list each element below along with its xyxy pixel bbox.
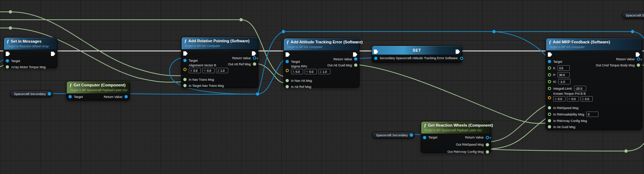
node-title: SET (413, 48, 421, 52)
vector-field-z[interactable]: Z1.0 (318, 69, 330, 74)
pill-output-pin[interactable] (410, 133, 413, 137)
wire-msg-rwarray-config[interactable] (488, 117, 548, 149)
pin-in-rwarray-config-msg[interactable] (548, 119, 551, 122)
pin-label: Known Torque Pnt B B (553, 92, 593, 96)
function-icon: ƒ (70, 83, 72, 88)
node-add-attitude-tracking-error[interactable]: ƒ Add Attitude Tracking Error (Software)… (283, 38, 359, 88)
vector-field-y[interactable]: Y0.0 (567, 96, 579, 102)
pin-out-rwarray-config-msg[interactable] (486, 150, 489, 154)
pin-return-value[interactable] (637, 57, 640, 61)
node-subtitle: Target is BP Spacecraft Payload Laser GU (424, 128, 488, 132)
vector-field-x[interactable]: X0.0 (189, 68, 201, 73)
wire-obj-to-mrp-target[interactable] (494, 32, 548, 58)
node-get-computer[interactable]: ƒ Get Computer (Component) Target is BP … (66, 81, 130, 100)
pin-sigma-rrc[interactable] (286, 69, 289, 72)
pin-ki[interactable] (548, 80, 551, 83)
pin-in-nav-att-msg[interactable] (286, 79, 289, 82)
pin-row-target: Target (421, 134, 439, 141)
pin-row-in-rwspeed-msg: In RWSpeed Msg (546, 105, 642, 111)
value-field-p[interactable]: 30.0 (558, 72, 570, 77)
vector-field-x[interactable]: X0.0 (553, 96, 565, 102)
wire-obj-top-offscreen[interactable] (633, 32, 644, 38)
pill-output-pin[interactable] (48, 92, 51, 95)
pin-in-nav-trans-msg[interactable] (183, 78, 187, 81)
node-add-mrp-feedback[interactable]: ƒ Add MRP Feedback (Software) Target is … (546, 38, 642, 130)
value-field-in-rwavailability-msg[interactable]: 0 (586, 112, 598, 117)
pin-in-att-guid-msg[interactable] (548, 125, 551, 128)
node-set-variable[interactable]: SET Secondary Spacecraft Attitude Tracki… (372, 46, 462, 63)
pin-in-att-ref-msg[interactable] (286, 85, 289, 88)
reroute-node-green-3[interactable] (240, 18, 243, 22)
pin-return-value[interactable] (253, 56, 256, 60)
value-field-ki[interactable]: -1.0 (558, 79, 570, 84)
pin-target[interactable] (423, 136, 426, 139)
vector-field-y[interactable]: Y0.0 (202, 68, 215, 73)
vector-field-z[interactable]: Z0.0 (580, 96, 593, 102)
reroute-node-blue-4[interactable] (631, 30, 634, 33)
pin-out-cmd-torque-body-msg[interactable] (637, 64, 640, 67)
reroute-node-green-2[interactable] (9, 27, 12, 30)
pin-target[interactable] (548, 60, 551, 63)
node-add-relative-pointing[interactable]: ƒ Add Relative Pointing (Software) Targe… (181, 37, 258, 88)
pin-target[interactable] (286, 60, 289, 63)
pin-out-att-guid-msg[interactable] (354, 64, 357, 67)
pin-row-in-att-ref-msg: In Att Ref Msg (284, 84, 359, 90)
pin-array-motor-torque-msg[interactable] (6, 65, 9, 69)
node-get-reaction-wheels[interactable]: ƒ Get Reaction Wheels (Component) Target… (421, 121, 491, 153)
pin-known-torque-pnt-b-b[interactable] (548, 96, 551, 99)
node-set-in-messages[interactable]: ƒ Set in Messages Target is Reaction Whe… (4, 37, 57, 68)
node-title: Add MRP Feedback (Software) (553, 40, 610, 44)
variable-pill-spacecraft-secondary[interactable]: Spacecraft Secondary (10, 90, 53, 97)
pin-k[interactable] (548, 66, 551, 70)
blueprint-graph-canvas[interactable]: ƒ Set in Messages Target is Reaction Whe… (0, 0, 644, 174)
exec-in-pin[interactable] (285, 52, 290, 57)
function-icon: ƒ (287, 39, 289, 45)
pin-row-out-att-ref-msg: Out Att Ref Msg (226, 61, 258, 67)
pin-return-value[interactable] (124, 95, 128, 98)
pin-out-rwspeed-msg[interactable] (486, 143, 489, 146)
pin-in-target-nav-trans-msg[interactable] (183, 84, 187, 87)
variable-pill-spacecraft-secondary[interactable]: Spacecraft Secondary (372, 132, 415, 138)
variable-pill-spacecraft-secondary[interactable]: Spacecraft Secondary (622, 12, 644, 19)
vector-field-y[interactable]: Y0.0 (305, 69, 317, 74)
pin-in-rwspeed-msg[interactable] (548, 106, 551, 109)
pin-in-rwavailability-msg[interactable] (548, 113, 551, 116)
pin-return-value[interactable] (486, 136, 489, 139)
node-title: Add Relative Pointing (Software) (188, 39, 250, 43)
exec-in-pin[interactable] (183, 51, 188, 56)
wire-obj-to-tracking-target[interactable] (258, 58, 286, 94)
pin-target[interactable] (183, 59, 187, 62)
pin-p[interactable] (548, 73, 551, 76)
reroute-node-blue-3[interactable] (493, 30, 496, 33)
pin-label: Target (428, 136, 437, 139)
exec-in-pin[interactable] (373, 49, 379, 54)
pin-label: In Nav Trans Msg (189, 78, 214, 81)
vector-field-x[interactable]: X0.0 (291, 69, 303, 74)
vector-field-z[interactable]: Z1.0 (216, 68, 228, 73)
value-field-integral-limit[interactable]: -20.0 (574, 86, 586, 91)
exec-in-pin[interactable] (5, 51, 10, 56)
exec-out-pin[interactable] (51, 51, 56, 56)
reroute-node-blue-1[interactable] (256, 93, 259, 96)
pin-row-in-att-guid-msg: In Att Guid Msg (546, 124, 642, 130)
exec-out-pin[interactable] (455, 49, 460, 54)
pin-target[interactable] (69, 95, 72, 98)
wire-msg-att-ref[interactable] (255, 64, 286, 83)
variable-input-pin[interactable] (374, 57, 377, 60)
pin-out-att-ref-msg[interactable] (253, 62, 256, 66)
reroute-node-blue-2[interactable] (282, 30, 285, 33)
wire-msg-rwspeed[interactable] (488, 104, 548, 142)
pin-integral-limit[interactable] (548, 87, 551, 90)
value-field-k[interactable]: 3.5 (558, 65, 570, 71)
variable-output-pin[interactable] (460, 57, 463, 60)
pin-target[interactable] (6, 59, 9, 62)
reroute-node-green-4[interactable] (625, 150, 628, 153)
variable-pin-row: Secondary Spacecraft Attitude Tracking E… (372, 55, 462, 61)
pin-return-value[interactable] (354, 57, 357, 61)
pin-alignment-vector-b[interactable] (183, 68, 187, 71)
wire-msg-att-guid[interactable] (356, 65, 548, 123)
pin-row-ki: Ki-1.0 (546, 78, 642, 85)
exec-in-pin[interactable] (547, 52, 553, 57)
pin-row-in-rwavailability-msg: In RWAvailability Msg0 (546, 111, 642, 118)
reroute-node-green-1[interactable] (9, 10, 12, 14)
